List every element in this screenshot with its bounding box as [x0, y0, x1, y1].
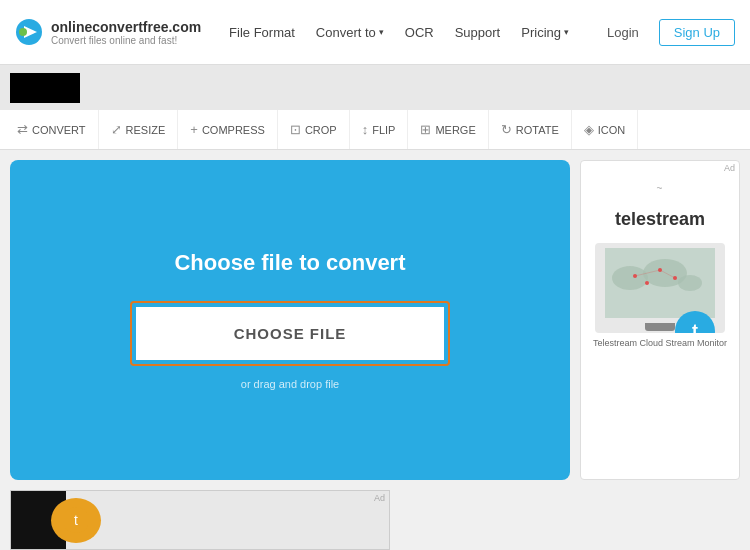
- bottom-ad[interactable]: Ad t: [10, 490, 390, 550]
- monitor-screen: [605, 248, 715, 318]
- tab-compress[interactable]: + COMPRESS: [178, 110, 278, 149]
- nav-pricing[interactable]: Pricing ▾: [513, 20, 577, 45]
- main-content: Choose file to convert CHOOSE FILE or dr…: [0, 150, 750, 490]
- chevron-down-icon-2: ▾: [564, 27, 569, 37]
- drag-drop-label: or drag and drop file: [241, 378, 339, 390]
- logo-area[interactable]: onlineconvertfree.com Convert files onli…: [15, 18, 201, 46]
- telestream-logo-area: ~ telestream: [615, 183, 705, 235]
- nav-support[interactable]: Support: [447, 20, 509, 45]
- telestream-desc: Telestream Cloud Stream Monitor: [593, 338, 727, 348]
- tab-flip[interactable]: ↕ FLIP: [350, 110, 409, 149]
- bottom-ad-icon: t: [61, 505, 91, 535]
- choose-file-button[interactable]: CHOOSE FILE: [136, 307, 444, 360]
- flip-icon: ↕: [362, 122, 369, 137]
- tab-icon[interactable]: ◈ ICON: [572, 110, 639, 149]
- resize-icon: ⤢: [111, 122, 122, 137]
- monitor-stand: [645, 323, 675, 331]
- bottom-ad-circle: t: [51, 498, 101, 543]
- svg-point-10: [645, 281, 649, 285]
- nav-file-format[interactable]: File Format: [221, 20, 303, 45]
- bottom-ad-label: Ad: [374, 493, 385, 503]
- tab-convert[interactable]: ⇄ CONVERT: [5, 110, 99, 149]
- crop-icon: ⊡: [290, 122, 301, 137]
- signup-button[interactable]: Sign Up: [659, 19, 735, 46]
- tab-rotate[interactable]: ↻ ROTATE: [489, 110, 572, 149]
- world-map: [605, 248, 715, 318]
- site-tagline: Convert files online and fast!: [51, 35, 201, 46]
- svg-point-6: [678, 275, 702, 291]
- logo-icon: [15, 18, 43, 46]
- monitor-image: t: [595, 243, 725, 333]
- icon-icon: ◈: [584, 122, 594, 137]
- bottom-section: Ad t: [0, 490, 750, 550]
- tab-crop[interactable]: ⊡ CROP: [278, 110, 350, 149]
- convert-box: Choose file to convert CHOOSE FILE or dr…: [10, 160, 570, 480]
- tab-resize[interactable]: ⤢ RESIZE: [99, 110, 179, 149]
- choose-file-wrapper: CHOOSE FILE: [130, 301, 450, 366]
- ad-label: Ad: [720, 161, 739, 175]
- chevron-down-icon: ▾: [379, 27, 384, 37]
- banner-bar: [0, 65, 750, 110]
- ad-sidebar: Ad ~ telestream: [580, 160, 740, 480]
- convert-icon: ⇄: [17, 122, 28, 137]
- svg-text:t: t: [74, 512, 78, 528]
- nav-ocr[interactable]: OCR: [397, 20, 442, 45]
- telestream-brand: telestream: [615, 209, 705, 230]
- merge-icon: ⊞: [420, 122, 431, 137]
- compress-icon: +: [190, 122, 198, 137]
- svg-point-2: [19, 28, 27, 36]
- tab-merge[interactable]: ⊞ MERGE: [408, 110, 488, 149]
- svg-point-4: [612, 266, 648, 290]
- telestream-ad[interactable]: ~ telestream: [581, 161, 739, 479]
- main-nav: File Format Convert to ▾ OCR Support Pri…: [221, 20, 577, 45]
- convert-title: Choose file to convert: [174, 250, 405, 276]
- login-button[interactable]: Login: [597, 20, 649, 45]
- site-name: onlineconvertfree.com: [51, 19, 201, 35]
- tool-tabs: ⇄ CONVERT ⤢ RESIZE + COMPRESS ⊡ CROP ↕ F…: [0, 110, 750, 150]
- telestream-arc: ~: [615, 183, 705, 194]
- banner-ad-image: [10, 73, 80, 103]
- logo-text: onlineconvertfree.com Convert files onli…: [51, 19, 201, 46]
- rotate-icon: ↻: [501, 122, 512, 137]
- header-right: Login Sign Up: [597, 19, 735, 46]
- header: onlineconvertfree.com Convert files onli…: [0, 0, 750, 65]
- nav-convert-to[interactable]: Convert to ▾: [308, 20, 392, 45]
